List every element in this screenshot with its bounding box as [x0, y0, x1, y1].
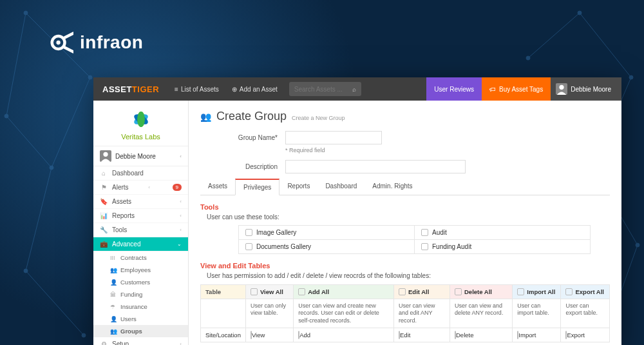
infraon-brand-text: infraon [80, 32, 143, 53]
sidebar-sub-contracts[interactable]: IIIContracts [93, 251, 188, 264]
table-row: Site/Location View Add Edit Delete Impor… [201, 328, 610, 342]
cell-export[interactable]: Export [561, 328, 610, 342]
th-import-all[interactable]: Import All [513, 285, 561, 299]
tool-documents-gallery[interactable]: Documents Gallery [238, 239, 415, 254]
sidebar-item-tools[interactable]: 🔧Tools‹ [93, 223, 188, 237]
umbrella-icon: ☂ [110, 304, 117, 310]
sidebar-item-dashboard[interactable]: ⌂Dashboard [93, 166, 188, 181]
checkbox[interactable] [421, 243, 428, 250]
required-note: * Required field [285, 147, 610, 153]
checkbox[interactable] [455, 288, 462, 295]
th-edit-all[interactable]: Edit All [394, 285, 450, 299]
plus-circle-icon: ⊕ [232, 86, 237, 93]
page-title: Create Group [216, 110, 287, 123]
cell-delete[interactable]: Delete [450, 328, 513, 342]
user-reviews-button[interactable]: User Reviews [426, 77, 482, 101]
svg-point-14 [5, 114, 8, 118]
permissions-table: Table View All Add All Edit All Delete A… [200, 284, 610, 342]
page-title-row: 👥 Create Group Create a New Group [200, 110, 610, 123]
checkbox[interactable] [421, 229, 428, 236]
chevron-left-icon: ‹ [180, 213, 182, 219]
tool-image-gallery[interactable]: Image Gallery [238, 225, 415, 240]
avatar-icon [556, 83, 567, 95]
th-delete-all[interactable]: Delete All [450, 285, 513, 299]
home-icon: ⌂ [100, 170, 108, 177]
sidebar-item-advanced[interactable]: 💼Advanced⌄ [93, 237, 188, 251]
group-name-input[interactable] [285, 131, 382, 144]
svg-line-5 [26, 271, 84, 335]
svg-line-2 [6, 116, 52, 168]
sidebar-sub-groups[interactable]: 👥Groups [93, 325, 188, 337]
chevron-left-icon: ‹ [180, 153, 182, 159]
th-add-all[interactable]: Add All [294, 285, 394, 299]
sidebar-item-alerts[interactable]: ⚑Alerts‹9 [93, 181, 188, 195]
company-logo[interactable]: Veritas Labs [93, 101, 188, 146]
sidebar-sub-funding[interactable]: 🏛Funding [93, 288, 188, 301]
sidebar-sub-customers[interactable]: 👤Customers [93, 276, 188, 288]
checkbox[interactable] [251, 288, 258, 295]
sidebar-sub-users[interactable]: 👤Users [93, 313, 188, 325]
checkbox[interactable] [565, 288, 573, 295]
chevron-left-icon: ‹ [180, 341, 182, 345]
description-input[interactable] [285, 160, 466, 173]
search-box[interactable]: ⌕ [289, 82, 361, 96]
bank-icon: 🏛 [110, 291, 117, 298]
desc-import: User can import table. [513, 299, 561, 328]
chevron-left-icon: ‹ [180, 199, 182, 204]
wrench-icon: 🔧 [100, 226, 108, 233]
sidebar-item-assets[interactable]: 🔖Assets‹ [93, 195, 188, 209]
svg-point-13 [50, 166, 53, 170]
th-view-all[interactable]: View All [245, 285, 293, 299]
svg-point-12 [88, 75, 92, 79]
checkbox[interactable] [399, 288, 406, 295]
desc-view: User can only view table. [245, 299, 293, 328]
checkbox[interactable] [298, 288, 305, 295]
sidebar-sub-employees[interactable]: 👥Employees [93, 264, 188, 276]
tab-assets[interactable]: Assets [200, 179, 235, 195]
app-logo[interactable]: ASSETTIGER [93, 84, 168, 94]
user-icon: 👤 [110, 279, 117, 286]
sidebar-user[interactable]: Debbie Moore ‹ [93, 146, 188, 166]
cell-view[interactable]: View [245, 328, 293, 342]
infraon-logo-icon [50, 31, 73, 54]
chevron-left-icon: ‹ [148, 184, 150, 190]
tab-admin-rights[interactable]: Admin. Rights [365, 179, 420, 195]
tool-audit[interactable]: Audit [414, 225, 591, 240]
page-subtitle: Create a New Group [292, 115, 345, 121]
svg-point-16 [82, 333, 86, 337]
tools-section-title: Tools [200, 203, 610, 211]
sidebar-sub-insurance[interactable]: ☂Insurance [93, 301, 188, 313]
app-window: ASSETTIGER ≡ List of Assets ⊕ Add an Ass… [93, 77, 621, 345]
briefcase-icon: 💼 [100, 241, 108, 248]
sidebar-item-setup[interactable]: ⚙Setup‹ [93, 337, 188, 345]
checkbox[interactable] [517, 288, 524, 295]
list-icon: ≡ [175, 86, 178, 93]
tool-funding-audit[interactable]: Funding Audit [414, 239, 591, 254]
desc-add: User can view and create new records. Us… [294, 299, 394, 328]
cell-add[interactable]: Add [294, 328, 394, 342]
view-edit-desc: User has permission to add / edit / dele… [200, 272, 610, 279]
desc-edit: User can view and edit ANY record. [394, 299, 450, 328]
list-assets-link[interactable]: ≡ List of Assets [168, 77, 225, 101]
tab-reports[interactable]: Reports [279, 179, 317, 195]
search-input[interactable] [294, 86, 352, 93]
add-asset-link[interactable]: ⊕ Add an Asset [225, 77, 284, 101]
buy-asset-tags-button[interactable]: 🏷 Buy Asset Tags [482, 77, 551, 101]
svg-point-17 [578, 11, 582, 15]
tag-icon: 🔖 [100, 198, 108, 205]
search-icon[interactable]: ⌕ [352, 86, 356, 93]
svg-line-1 [52, 77, 90, 168]
cell-edit[interactable]: Edit [394, 328, 450, 342]
current-user-menu[interactable]: Debbie Moore [551, 77, 621, 101]
cell-import[interactable]: Import [513, 328, 561, 342]
svg-point-18 [629, 75, 633, 79]
th-export-all[interactable]: Export All [561, 285, 610, 299]
checkbox[interactable] [245, 243, 252, 250]
tab-privileges[interactable]: Privileges [235, 179, 279, 195]
desc-delete: User can view and delete ANY record. [450, 299, 513, 328]
tab-dashboard[interactable]: Dashboard [317, 179, 365, 195]
tools-section-desc: User can use these tools: [200, 213, 610, 221]
sidebar-item-reports[interactable]: 📊Reports‹ [93, 209, 188, 223]
tag-icon: 🏷 [489, 86, 496, 93]
checkbox[interactable] [245, 229, 252, 236]
